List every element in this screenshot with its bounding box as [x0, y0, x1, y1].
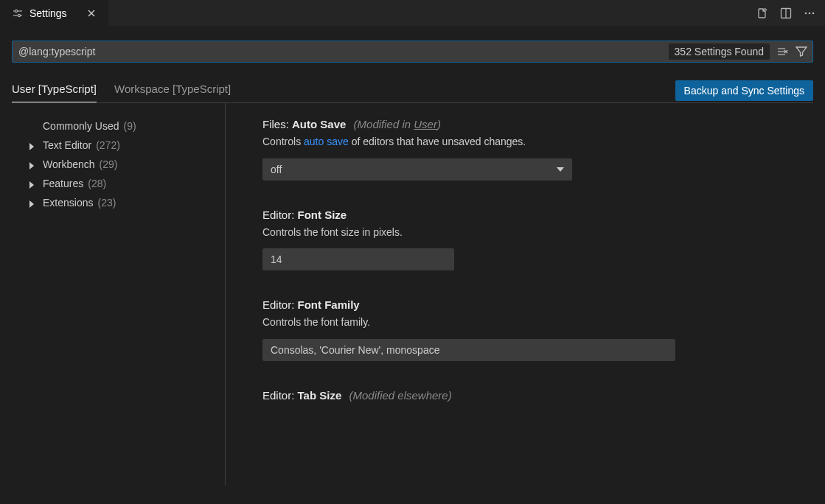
svg-point-9 — [809, 12, 811, 14]
split-editor-icon[interactable] — [779, 7, 793, 20]
scope-tabs: User [TypeScript] Workspace [TypeScript] — [12, 81, 231, 102]
setting-modified-indicator: (Modified elsewhere) — [349, 389, 451, 402]
setting-scope: Files: — [262, 118, 289, 130]
open-settings-json-icon[interactable] — [756, 7, 769, 20]
setting-name: Tab Size — [298, 389, 342, 402]
settings-search-row: 352 Settings Found — [0, 26, 825, 66]
chevron-down-icon — [557, 167, 564, 172]
setting-scope: Editor: — [262, 209, 294, 221]
settings-list: Files: Auto Save (Modified in User) Cont… — [226, 103, 825, 486]
setting-title: Files: Auto Save (Modified in User) — [262, 118, 729, 130]
toc-commonly-used[interactable]: Commonly Used (9) — [28, 116, 217, 136]
svg-point-3 — [18, 14, 20, 16]
toc-item-count: (29) — [100, 158, 118, 170]
dropdown-value: off — [271, 164, 282, 175]
toc-item-label: Extensions — [43, 197, 93, 209]
auto-save-link[interactable]: auto save — [304, 136, 349, 147]
setting-title: Editor: Tab Size (Modified elsewhere) — [262, 389, 729, 402]
toc-item-count: (9) — [123, 120, 136, 132]
setting-description: Controls auto save of editors that have … — [262, 135, 729, 150]
settings-body: 352 Settings Found User [TypeScript] Wor… — [0, 26, 825, 504]
setting-description: Controls the font size in pixels. — [262, 225, 729, 240]
auto-save-dropdown[interactable]: off — [262, 158, 572, 181]
toc-item-count: (272) — [96, 139, 120, 151]
editor-tab-bar: Settings — [0, 0, 825, 26]
more-actions-icon[interactable] — [803, 7, 816, 20]
clear-search-icon[interactable] — [776, 45, 789, 58]
settings-toc: Commonly Used (9) Text Editor (272) Work… — [12, 103, 226, 486]
toc-extensions[interactable]: Extensions (23) — [28, 193, 217, 212]
filter-icon[interactable] — [795, 45, 808, 58]
settings-search-box: 352 Settings Found — [12, 41, 813, 63]
scope-tab-user[interactable]: User [TypeScript] — [12, 81, 97, 102]
toc-item-count: (28) — [88, 178, 106, 189]
tab-bar-left: Settings — [0, 0, 108, 26]
setting-title: Editor: Font Family — [262, 298, 729, 311]
setting-modified-indicator: (Modified in User) — [354, 118, 441, 130]
toc-item-label: Workbench — [43, 158, 95, 170]
setting-name: Font Family — [298, 298, 360, 311]
setting-editor-font-size: Editor: Font Size Controls the font size… — [262, 209, 729, 271]
toc-item-count: (23) — [97, 197, 116, 209]
close-tab-button[interactable] — [86, 8, 97, 18]
settings-search-input[interactable] — [18, 46, 663, 57]
settings-gear-icon — [12, 7, 24, 19]
settings-content: Commonly Used (9) Text Editor (272) Work… — [0, 103, 825, 486]
font-family-input[interactable] — [262, 339, 675, 361]
setting-editor-font-family: Editor: Font Family Controls the font fa… — [262, 298, 729, 361]
setting-name: Font Size — [298, 209, 347, 221]
toc-item-label: Commonly Used — [43, 120, 119, 132]
toc-text-editor[interactable]: Text Editor (272) — [28, 136, 217, 155]
setting-scope: Editor: — [262, 389, 294, 402]
setting-editor-tab-size: Editor: Tab Size (Modified elsewhere) — [262, 389, 729, 402]
toc-item-label: Text Editor — [43, 139, 91, 151]
tab-bar-actions — [756, 7, 825, 20]
setting-description: Controls the font family. — [262, 315, 729, 330]
settings-tab-label: Settings — [29, 7, 67, 19]
svg-point-8 — [805, 12, 807, 14]
toc-workbench[interactable]: Workbench (29) — [28, 155, 217, 174]
toc-features[interactable]: Features (28) — [28, 174, 217, 193]
setting-name: Auto Save — [292, 118, 346, 130]
svg-point-1 — [15, 10, 17, 12]
backup-sync-button[interactable]: Backup and Sync Settings — [675, 80, 813, 101]
scope-tab-workspace[interactable]: Workspace [TypeScript] — [114, 81, 231, 102]
setting-title: Editor: Font Size — [262, 209, 729, 221]
setting-files-auto-save: Files: Auto Save (Modified in User) Cont… — [262, 118, 729, 181]
toc-item-label: Features — [43, 178, 83, 189]
settings-header-row: User [TypeScript] Workspace [TypeScript]… — [0, 66, 825, 102]
setting-scope: Editor: — [262, 298, 294, 311]
search-results-count: 352 Settings Found — [669, 43, 770, 60]
settings-tab[interactable]: Settings — [0, 0, 108, 26]
font-size-input[interactable] — [262, 248, 454, 270]
svg-point-10 — [812, 12, 815, 14]
modified-scope-link[interactable]: User — [414, 118, 437, 130]
